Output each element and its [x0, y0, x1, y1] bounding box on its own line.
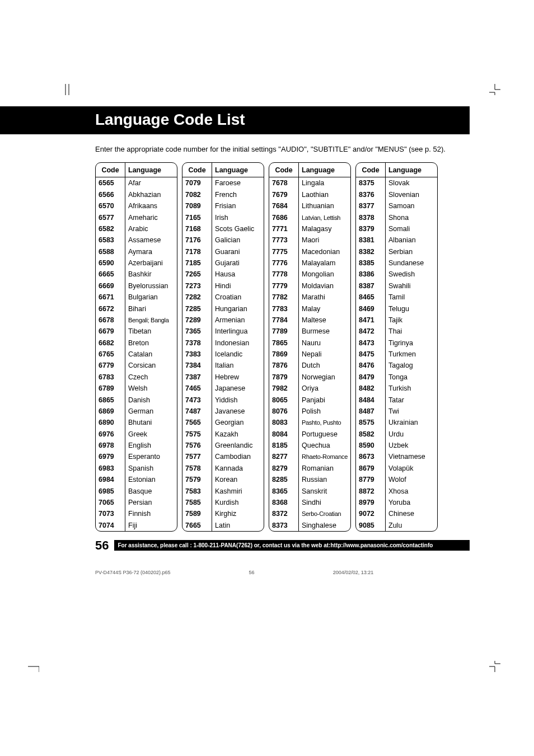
language-cell: Greek — [125, 428, 177, 439]
table-row: 7065Persian — [96, 497, 177, 508]
code-cell: 8376 — [356, 189, 386, 200]
language-cell: Gujarati — [212, 257, 264, 269]
table-row: 6570Afrikaans — [96, 200, 177, 212]
table-row: 6682Breton — [96, 337, 177, 348]
code-cell: 7589 — [182, 508, 212, 519]
table-row: 7876Dutch — [269, 360, 350, 371]
language-cell: Latvian, Lettish — [299, 212, 351, 223]
language-cell: Dutch — [299, 360, 351, 371]
table-row: 7784Maltese — [269, 314, 350, 326]
code-cell: 7178 — [182, 246, 212, 257]
language-cell: Latin — [212, 519, 264, 530]
language-cell: Swahili — [386, 280, 438, 292]
code-cell: 8575 — [356, 417, 386, 428]
language-cell: Oriya — [299, 383, 351, 394]
language-cell: Irish — [212, 212, 264, 223]
table-row: 6588Aymara — [96, 246, 177, 257]
table-row: 7289Armenian — [182, 314, 264, 326]
language-cell: Czech — [125, 372, 177, 383]
table-row: 6582Arabic — [96, 223, 177, 234]
code-tables-container: CodeLanguage6565Afar6566Abkhazian6570Afr… — [95, 162, 470, 532]
code-cell: 8381 — [356, 234, 386, 246]
code-cell: 8076 — [269, 406, 299, 417]
code-cell: 6983 — [96, 463, 125, 474]
language-cell: Nepali — [299, 349, 351, 360]
language-cell: Twi — [386, 406, 438, 417]
table-row: 8381Albanian — [356, 234, 437, 246]
language-cell: Bihari — [125, 303, 177, 314]
code-cell: 7579 — [182, 474, 212, 485]
code-cell: 7265 — [182, 269, 212, 280]
code-cell: 6565 — [96, 177, 125, 189]
table-row: 7168Scots Gaelic — [182, 223, 264, 234]
code-cell: 6577 — [96, 212, 125, 223]
table-row: 8779Wolof — [356, 474, 437, 485]
code-cell: 7185 — [182, 257, 212, 269]
language-cell: Tibetan — [125, 326, 177, 337]
table-row: 7074Fiji — [96, 519, 177, 530]
table-row: 7265Hausa — [182, 269, 264, 280]
code-cell: 7289 — [182, 314, 212, 326]
code-cell: 6979 — [96, 451, 125, 462]
language-cell: Scots Gaelic — [212, 223, 264, 234]
language-cell: Urdu — [386, 428, 438, 439]
code-cell: 8475 — [356, 349, 386, 360]
language-cell: Interlingua — [212, 326, 264, 337]
code-cell: 8479 — [356, 372, 386, 383]
language-cell: Volapük — [386, 463, 438, 474]
code-cell: 8482 — [356, 383, 386, 394]
language-cell: Persian — [125, 497, 177, 508]
code-cell: 7378 — [182, 337, 212, 348]
header-code: Code — [182, 163, 212, 177]
code-cell: 8979 — [356, 497, 386, 508]
table-row: 8382Serbian — [356, 246, 437, 257]
code-cell: 6590 — [96, 257, 125, 269]
table-row: 6983Spanish — [96, 463, 177, 474]
code-table-1: CodeLanguage6565Afar6566Abkhazian6570Afr… — [95, 162, 177, 532]
table-row: 6890Bhutani — [96, 417, 177, 428]
language-cell: Finnish — [125, 508, 177, 519]
table-row: 8379Somali — [356, 223, 437, 234]
code-cell: 8375 — [356, 177, 386, 189]
table-row: 6985Basque — [96, 485, 177, 496]
language-cell: Basque — [125, 485, 177, 496]
code-cell: 7783 — [269, 303, 299, 314]
table-row: 7082French — [182, 189, 264, 200]
table-row: 7185Gujarati — [182, 257, 264, 269]
code-cell: 7775 — [269, 246, 299, 257]
language-cell: Kannada — [212, 463, 264, 474]
language-cell: Corsican — [125, 360, 177, 371]
language-cell: French — [212, 189, 264, 200]
code-cell: 9072 — [356, 508, 386, 519]
code-cell: 7565 — [182, 417, 212, 428]
code-cell: 8084 — [269, 428, 299, 439]
table-row: 6583Assamese — [96, 234, 177, 246]
crop-mark-icon — [489, 84, 500, 95]
table-row: 7577Cambodian — [182, 451, 264, 462]
table-row: 8368Sindhi — [269, 497, 350, 508]
crop-mark-icon — [62, 84, 73, 95]
table-row: 6577Ameharic — [96, 212, 177, 223]
header-code: Code — [356, 163, 386, 177]
table-row: 8482Turkish — [356, 383, 437, 394]
table-row: 8475Turkmen — [356, 349, 437, 360]
table-row: 8279Romanian — [269, 463, 350, 474]
table-row: 6565Afar — [96, 177, 177, 189]
table-row: 6678Bengali; Bangla — [96, 314, 177, 326]
print-date: 2004/02/02, 13:21 — [333, 570, 374, 575]
language-cell: Polish — [299, 406, 351, 417]
table-row: 7378Indonesian — [182, 337, 264, 348]
code-cell: 8679 — [356, 463, 386, 474]
table-row: 6789Welsh — [96, 383, 177, 394]
language-cell: Abkhazian — [125, 189, 177, 200]
crop-mark-icon — [28, 661, 39, 672]
table-row: 8484Tatar — [356, 394, 437, 405]
language-cell: Afrikaans — [125, 200, 177, 212]
language-cell: Tatar — [386, 394, 438, 405]
header-language: Language — [386, 163, 438, 177]
language-cell: Somali — [386, 223, 438, 234]
code-cell: 7473 — [182, 394, 212, 405]
code-cell: 7576 — [182, 440, 212, 451]
table-row: 7778Mongolian — [269, 269, 350, 280]
language-cell: Fiji — [125, 519, 177, 530]
